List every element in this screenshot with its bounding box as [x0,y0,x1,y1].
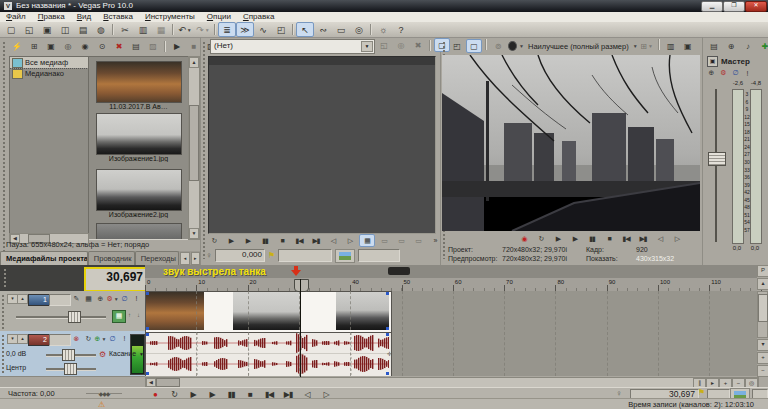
media-pane-grip[interactable] [2,41,6,259]
video-track-fx-button[interactable]: ▦ [83,293,94,304]
media-bin-tree[interactable]: Все медиафМедианако [9,56,89,234]
trimmer-selection-field[interactable] [278,249,332,262]
selection-handle[interactable] [386,372,389,375]
menu-Правка[interactable]: Правка [32,12,71,22]
media-thumbnail[interactable] [96,223,182,240]
tree-item-Медианако[interactable]: Медианако [10,68,88,79]
preview-video-frame[interactable] [442,55,700,231]
scrub-handle-icon[interactable]: ◆◆◆ [99,390,110,397]
envelope-handle-icon[interactable]: ✛ [387,350,392,357]
selection-handle[interactable] [386,292,389,295]
track-area[interactable]: ▭ ◁▷ ✛ [145,291,757,376]
extract-audio-from-cd-button[interactable]: ◎ [60,39,76,53]
restore-button[interactable]: ❐ [723,1,745,12]
timeline-grip[interactable] [3,268,7,288]
scroll-down-icon[interactable]: ▼ [189,228,199,239]
start-preview-button[interactable]: ▶ [169,39,185,53]
preview-external-monitor-button[interactable]: ▢ [466,39,482,53]
media-list-scrollbar[interactable]: ▲ ▼ [188,56,200,240]
scroll-down-button[interactable]: ▾ [757,339,768,351]
parent-motion-icon[interactable]: ↑ [128,312,131,318]
hscroll-split-button[interactable]: ∥ [693,378,706,388]
chevron-down-icon[interactable]: ▼ [633,43,638,49]
mute-video-track-button[interactable]: ∅ [119,293,130,304]
master-bus-fx-button[interactable]: ⊕ [706,68,717,78]
mixer-downmix-output-button[interactable]: ♪ [740,39,756,53]
tree-item-Все медиаф[interactable]: Все медиаф [10,57,88,68]
get-media-from-web-button[interactable]: ◉ [77,39,93,53]
zoom-edit-tool-button[interactable]: ◎ [350,22,368,37]
trimmer-display[interactable] [208,56,436,234]
selection-handle[interactable] [146,333,149,336]
trimmer-play-from-start-button[interactable]: ▶ [223,234,239,247]
selection-handle[interactable] [386,327,389,330]
timeline-pencil-button[interactable]: Р [757,265,768,277]
save-project-button[interactable]: ▣ [38,22,56,37]
cut-button[interactable]: ✂ [116,22,134,37]
selection-handle[interactable] [146,292,149,295]
trimmer-go-to-start-button[interactable]: ▮◀ [291,234,307,247]
volume-slider-handle[interactable] [62,349,75,361]
zoom-tool-button[interactable]: ◎ [745,378,758,388]
preview-previous-frame-button[interactable]: ◁ [652,232,668,245]
master-bus-gear-button[interactable]: ⚙ [718,68,729,78]
menu-Опции[interactable]: Опции [201,12,237,22]
preview-video-output-button[interactable]: ◰ [449,39,465,53]
tab-Проводник[interactable]: Проводник [88,251,135,265]
preview-record-button[interactable]: ◉ [516,232,532,245]
insert-assignable-fx-button[interactable]: ⊕ [723,39,739,53]
lock-envelopes-button[interactable]: ∿ [254,22,272,37]
composite-level-handle[interactable] [68,311,81,323]
undo-button[interactable]: ↶▼ [176,22,194,37]
rate-scrub-control[interactable]: ◆◆◆ [86,390,122,397]
media-fx-button[interactable]: ⚡ [9,39,25,53]
auto-scroll-button[interactable]: ▸ [706,378,719,388]
zoom-in-time-button[interactable]: + [719,378,732,388]
marker-tag[interactable] [388,267,410,275]
envelope-edit-tool-button[interactable]: ∾ [314,22,332,37]
timeline-cursor[interactable] [300,279,301,377]
audio-automation-settings-button[interactable]: ⊕▼ [95,333,106,344]
audio-track-fx-button[interactable]: ↻ [83,333,94,344]
preview-go-to-start-button[interactable]: ▮◀ [618,232,634,245]
capture-video-button[interactable]: ▣ [43,39,59,53]
preview-play-button[interactable]: ▶ [567,232,583,245]
trimmer-stop-button[interactable]: ■ [274,234,290,247]
menu-Инструменты[interactable]: Инструменты [139,12,201,22]
mixer-properties-button[interactable]: ✚ [757,39,768,53]
zoom-out-track-button[interactable]: − [757,365,768,377]
tab-Переходы[interactable]: Переходы [135,251,180,265]
track-name-field[interactable] [49,294,71,306]
trimmer-show-streams-button[interactable]: ▦ [359,234,375,247]
tab-Медиафайлы проекта[interactable]: Медиафайлы проекта [0,251,88,265]
auto-ripple-button[interactable]: ≫ [236,22,254,37]
menu-Вставка[interactable]: Вставка [97,12,139,22]
video-automation-settings-button[interactable]: ⊕ [95,293,106,304]
gear-icon[interactable]: ⚙ [99,350,106,359]
track-motion-icon[interactable]: ▦ [112,310,126,323]
open-project-button[interactable]: ◱ [20,22,38,37]
scroll-up-icon[interactable]: ▲ [189,57,199,68]
close-button[interactable]: ✕ [745,1,767,12]
trimmer-loop-playback-button[interactable]: ↻ [206,234,222,247]
media-thumbnail[interactable] [96,113,182,155]
track-name-field[interactable] [49,334,71,346]
project-properties-button[interactable]: ▤ [74,22,92,37]
import-media-button[interactable]: ⊞ [26,39,42,53]
scrollbar-thumb[interactable] [189,105,199,181]
automation-mode-label[interactable]: Касание [109,350,136,357]
scrollbar-thumb[interactable] [156,378,180,387]
preview-go-to-end-button[interactable]: ▶▮ [635,232,651,245]
selection-handle[interactable] [146,327,149,330]
trimmer-pane-grip[interactable] [202,41,206,259]
scroll-up-button[interactable]: ▴ [757,278,768,290]
master-bus-mute-button[interactable]: ∅ [730,68,741,78]
media-file-list[interactable]: 11.03.2017.В Ав…Изображение1.jpgИзображе… [88,56,189,240]
preview-stop-button[interactable]: ■ [601,232,617,245]
whats-this-help-button[interactable]: ? [392,22,410,37]
marker-bar[interactable]: звук выстрела танка [145,265,757,279]
mute-audio-track-button[interactable]: ∅ [107,333,118,344]
timeline-ruler[interactable]: 0102030405060708090100110120 [145,278,757,292]
save-snapshot-button[interactable]: ▣ [680,39,696,53]
video-event[interactable]: ▭ ◁▷ [145,291,392,333]
